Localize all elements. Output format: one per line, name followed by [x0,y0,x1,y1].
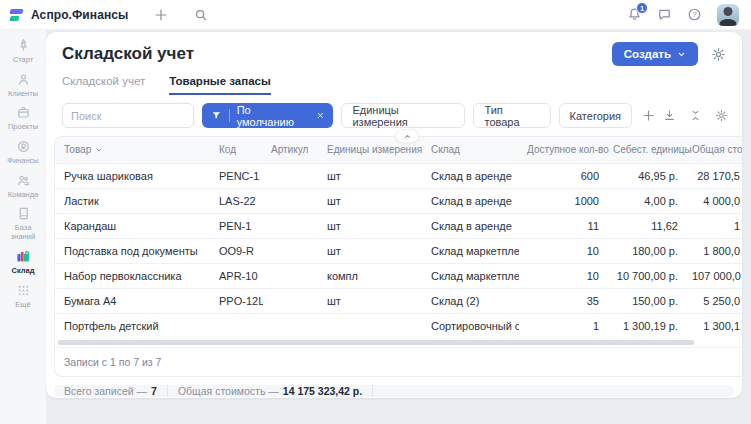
page-settings-gear-icon[interactable] [711,47,726,62]
sidebar-item-label: Старт [13,56,33,65]
sidebar-item-more[interactable]: Ещё [0,283,46,310]
table-row[interactable]: ЛастикLAS-22штСклад в аренде10004,00 р.4… [55,188,742,213]
download-icon[interactable] [663,109,676,122]
rocket-icon [16,38,31,53]
cell-total_cost: 107 000,0 [684,263,742,288]
cell-qty: 10 [519,263,605,288]
plus-icon[interactable] [154,8,168,22]
cell-total_cost: 28 170,5 [684,163,742,188]
more-grid-icon [16,283,31,298]
table-row[interactable]: КарандашPEN-1штСклад в аренде1111,621 [55,213,742,238]
table-settings-gear-icon[interactable] [715,109,728,122]
sort-chevron-down-icon [95,146,103,154]
cell-name: Карандаш [55,213,211,238]
cell-total_cost: 1 800,0 [684,238,742,263]
filter-chip-category[interactable]: Категория [559,103,632,128]
collapse-rows-icon[interactable] [689,109,702,122]
sidebar: Старт Клиенты Проекты Финансы Команда Ба… [0,30,46,424]
cell-unit: шт [319,238,423,263]
search-input[interactable] [62,103,194,128]
user-avatar[interactable] [717,4,739,26]
cell-total_cost: 5 250,0 [684,288,742,313]
default-filter-chip[interactable]: По умолчанию [202,103,333,128]
cell-code: LAS-22 [211,188,263,213]
column-header-product[interactable]: Товар [55,137,211,163]
search-icon[interactable] [194,8,208,22]
column-header-article[interactable]: Артикул [263,137,319,163]
cell-warehouse: Склад в аренде [423,163,519,188]
cell-article [263,313,319,338]
cell-name: Портфель детский [55,313,211,338]
cell-unit_cost: 11,62 [605,213,684,238]
bell-icon[interactable]: 1 [627,7,642,22]
add-filter-plus-icon[interactable] [642,109,655,122]
table-row[interactable]: Набор первоклассникаAPR-10комплСклад мар… [55,263,742,288]
cell-name: Набор первоклассника [55,263,211,288]
sidebar-item-label: База знаний [3,224,43,241]
create-button[interactable]: Создать [612,42,698,66]
cell-qty: 1 [519,313,605,338]
help-icon[interactable]: ? [687,7,702,22]
sidebar-item-knowledge-base[interactable]: База знаний [0,206,46,241]
table-row[interactable]: Портфель детскийСортировочный скла11 300… [55,313,742,338]
table-row[interactable]: Подставка под документыOO9-RштСклад марк… [55,238,742,263]
cell-unit: компл [319,263,423,288]
funnel-icon [211,110,222,121]
cell-unit_cost: 1 300,19 р. [605,313,684,338]
cell-code: PPO-12L [211,288,263,313]
column-header-total-cost[interactable]: Общая стоимость [684,137,742,163]
sidebar-item-finance[interactable]: Финансы [0,139,46,166]
records-range-text: Записи с 1 по 7 из 7 [55,347,742,376]
table-row[interactable]: Ручка шариковаяPENC-1штСклад в аренде600… [55,163,742,188]
cell-code: APR-10 [211,263,263,288]
cell-unit: шт [319,163,423,188]
cell-qty: 1000 [519,188,605,213]
topbar: Аспро.Финансы 1 ? [0,0,751,30]
tab-goods-stock[interactable]: Товарные запасы [169,75,271,95]
warehouse-icon [15,248,31,264]
cell-article [263,238,319,263]
cell-name: Ластик [55,188,211,213]
column-header-warehouse[interactable]: Склад [423,137,519,163]
default-filter-label: По умолчанию [237,104,309,128]
cell-unit: шт [319,288,423,313]
sidebar-item-label: Проекты [8,123,38,132]
filter-chip-product-type[interactable]: Тип товара [473,103,550,128]
tab-warehouse-accounting[interactable]: Складской учет [62,75,145,95]
cell-code: OO9-R [211,238,263,263]
cell-total_cost: 4 000,0 [684,188,742,213]
column-header-qty[interactable]: Доступное кол-во [519,137,605,163]
close-icon[interactable] [316,111,325,120]
collapse-table-button[interactable] [395,129,419,143]
cell-warehouse: Склад в аренде [423,213,519,238]
column-header-code[interactable]: Код [211,137,263,163]
cell-article [263,188,319,213]
cell-unit_cost: 150,00 р. [605,288,684,313]
summary-bar: Всего записей — 7 Общая стоимость — 14 1… [54,385,734,397]
cell-qty: 10 [519,238,605,263]
app-name: Аспро.Финансы [31,8,128,22]
chevron-down-icon [677,50,686,59]
sidebar-item-team[interactable]: Команда [0,173,46,200]
sidebar-item-warehouse[interactable]: Склад [0,248,46,276]
column-header-unit-cost[interactable]: Себест. единицы [605,137,684,163]
cell-article [263,288,319,313]
sidebar-item-label: Финансы [7,157,39,166]
sidebar-item-clients[interactable]: Клиенты [0,72,46,99]
svg-text:?: ? [692,10,696,19]
sidebar-item-label: Клиенты [8,90,38,99]
sidebar-item-label: Команда [8,191,39,200]
cell-warehouse: Сортировочный скла [423,313,519,338]
filter-chip-units[interactable]: Единицы измерения [341,103,465,128]
sidebar-item-start[interactable]: Старт [0,38,46,65]
cell-article [263,163,319,188]
cell-unit_cost: 10 700,00 р. [605,263,684,288]
clients-icon [16,72,31,87]
table-row[interactable]: Бумага А4PPO-12LштСклад (2)35150,00 р.5 … [55,288,742,313]
chat-icon[interactable] [657,7,672,22]
tab-bar: Складской учет Товарные запасы [54,66,742,95]
sidebar-item-projects[interactable]: Проекты [0,105,46,132]
horizontal-scrollbar[interactable] [58,340,694,345]
total-cost-value: 14 175 323,42 р. [283,385,362,397]
filter-bar: По умолчанию Единицы измерения Тип товар… [54,95,742,128]
